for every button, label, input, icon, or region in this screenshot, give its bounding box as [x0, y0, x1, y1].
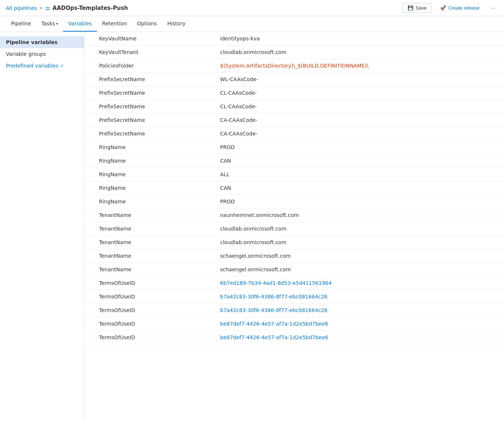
table-row: PoliciesFolder$(System.ArtifactsDirector… [84, 59, 504, 73]
var-name-cell: TermsOfUseID [84, 276, 213, 290]
top-bar: All pipelines > ⚌ AADOps-Templates-Push … [0, 0, 504, 16]
save-button[interactable]: 💾 Save [403, 3, 431, 13]
top-actions: 💾 Save 🚀 Create release ··· [403, 3, 498, 13]
table-row: KeyVaultNameidentityops-kva [84, 32, 504, 46]
var-value-cell: cloudlab.onmicrosoft.com [213, 222, 504, 236]
var-name-cell: PrefixSecretName [84, 73, 213, 86]
table-row: PrefixSecretNameCL-CAAsCode- [84, 86, 504, 100]
table-row: TermsOfUseID6b7ed189-7b34-4ad1-8d53-e5d4… [84, 276, 504, 290]
var-name-cell: TenantName [84, 236, 213, 249]
breadcrumb: All pipelines > ⚌ AADOps-Templates-Push [6, 4, 403, 11]
tab-options[interactable]: Options [132, 16, 162, 32]
table-row: TermsOfUseIDbe87def7-4426-4e57-af7a-1d2e… [84, 317, 504, 331]
main-layout: Pipeline variables Variable groups Prede… [0, 32, 504, 421]
nav-tabs: Pipeline Tasks ▾ Variables Retention Opt… [0, 16, 504, 32]
var-name-cell: KeyVaultTenant [84, 46, 213, 59]
var-name-cell: TermsOfUseID [84, 317, 213, 331]
pipeline-name: AADOps-Templates-Push [52, 5, 128, 11]
tab-history[interactable]: History [162, 16, 191, 32]
var-value-cell: ALL [213, 168, 504, 181]
var-name-cell: TenantName [84, 263, 213, 276]
table-row: PrefixSecretNameCL-CAAsCode- [84, 100, 504, 113]
var-value-cell: $(System.ArtifactsDirectory)\_$(BUILD.DE… [213, 59, 504, 73]
var-value-cell: naunheimnet.onmicrosoft.com [213, 209, 504, 222]
table-row: TermsOfUseIDb7a42c83-30f6-4386-8f77-ebc0… [84, 290, 504, 304]
var-name-cell: RingName [84, 154, 213, 168]
var-name-cell: PrefixSecretName [84, 100, 213, 113]
tab-tasks[interactable]: Tasks ▾ [36, 16, 63, 32]
rocket-icon: 🚀 [440, 5, 446, 11]
var-value-cell: cloudlab.onmicrosoft.com [213, 236, 504, 249]
table-row: RingNamePROD [84, 141, 504, 154]
var-name-cell: RingName [84, 168, 213, 181]
more-button[interactable]: ··· [488, 4, 498, 12]
var-name-cell: TenantName [84, 209, 213, 222]
tab-pipeline[interactable]: Pipeline [6, 16, 36, 32]
var-name-cell: PrefixSecretName [84, 86, 213, 100]
var-name-cell: TenantName [84, 249, 213, 263]
table-row: KeyVaultTenantcloudlab.onmicrosoft.com [84, 46, 504, 59]
var-value-cell: CA-CAAsCode- [213, 127, 504, 141]
table-row: RingNameALL [84, 168, 504, 181]
var-value-cell: be87def7-4426-4e57-af7a-1d2e5bd7bee6 [213, 331, 504, 344]
content-area: KeyVaultNameidentityops-kvaKeyVaultTenan… [84, 32, 504, 421]
var-value-cell: PROD [213, 141, 504, 154]
table-row: RingNameCAN [84, 181, 504, 195]
save-icon: 💾 [408, 5, 413, 11]
table-row: PrefixSecretNameCA-CAAsCode- [84, 127, 504, 141]
var-value-cell: CA-CAAsCode- [213, 113, 504, 127]
table-row: TenantNameschaengel.onmicrosoft.com [84, 263, 504, 276]
var-name-cell: RingName [84, 141, 213, 154]
var-value-cell: b7a42c83-30f6-4386-8f77-ebc081664c26 [213, 290, 504, 304]
table-row: PrefixSecretNameWL-CAAsCode- [84, 73, 504, 86]
table-row: RingNamePROD [84, 195, 504, 209]
var-value-cell: cloudlab.onmicrosoft.com [213, 46, 504, 59]
var-value-cell: b7a42c83-30f6-4386-8f77-ebc081664c26 [213, 304, 504, 317]
table-row: TenantNamecloudlab.onmicrosoft.com [84, 222, 504, 236]
table-row: RingNameCAN [84, 154, 504, 168]
var-name-cell: TermsOfUseID [84, 304, 213, 317]
var-value-cell: identityops-kva [213, 32, 504, 46]
var-name-cell: TermsOfUseID [84, 331, 213, 344]
table-row: TermsOfUseIDb7a42c83-30f6-4386-8f77-ebc0… [84, 304, 504, 317]
var-value-cell: PROD [213, 195, 504, 209]
var-name-cell: TenantName [84, 222, 213, 236]
more-icon: ··· [491, 5, 495, 11]
var-name-cell: PoliciesFolder [84, 59, 213, 73]
var-name-cell: TermsOfUseID [84, 290, 213, 304]
sidebar-item-pipeline-variables[interactable]: Pipeline variables [0, 36, 84, 48]
table-row: TenantNameschaengel.onmicrosoft.com [84, 249, 504, 263]
var-value-cell: CL-CAAsCode- [213, 100, 504, 113]
var-name-cell: PrefixSecretName [84, 127, 213, 141]
table-row: TenantNamecloudlab.onmicrosoft.com [84, 236, 504, 249]
tab-retention[interactable]: Retention [97, 16, 132, 32]
chevron-down-icon: ▾ [56, 22, 58, 26]
variables-table: KeyVaultNameidentityops-kvaKeyVaultTenan… [84, 32, 504, 344]
var-name-cell: RingName [84, 195, 213, 209]
create-release-button[interactable]: 🚀 Create release [436, 3, 484, 12]
tab-variables[interactable]: Variables [63, 16, 97, 32]
table-row: PrefixSecretNameCA-CAAsCode- [84, 113, 504, 127]
breadcrumb-separator: > [39, 6, 43, 11]
var-value-cell: CAN [213, 154, 504, 168]
var-value-cell: 6b7ed189-7b34-4ad1-8d53-e5d411561964 [213, 276, 504, 290]
sidebar: Pipeline variables Variable groups Prede… [0, 32, 84, 421]
sidebar-item-variable-groups[interactable]: Variable groups [0, 48, 84, 60]
table-row: TenantNamenaunheimnet.onmicrosoft.com [84, 209, 504, 222]
var-value-cell: be87def7-4426-4e57-af7a-1d2e5bd7bee6 [213, 317, 504, 331]
var-name-cell: PrefixSecretName [84, 113, 213, 127]
var-value-cell: schaengel.onmicrosoft.com [213, 249, 504, 263]
external-link-icon: ↗ [60, 64, 63, 68]
var-name-cell: KeyVaultName [84, 32, 213, 46]
var-name-cell: RingName [84, 181, 213, 195]
pipeline-icon: ⚌ [45, 4, 50, 11]
var-value-cell: CAN [213, 181, 504, 195]
sidebar-item-predefined-variables[interactable]: Predefined variables ↗ [0, 60, 84, 72]
var-value-cell: WL-CAAsCode- [213, 73, 504, 86]
var-value-cell: CL-CAAsCode- [213, 86, 504, 100]
breadcrumb-link[interactable]: All pipelines [6, 5, 37, 11]
var-value-cell: schaengel.onmicrosoft.com [213, 263, 504, 276]
table-row: TermsOfUseIDbe87def7-4426-4e57-af7a-1d2e… [84, 331, 504, 344]
